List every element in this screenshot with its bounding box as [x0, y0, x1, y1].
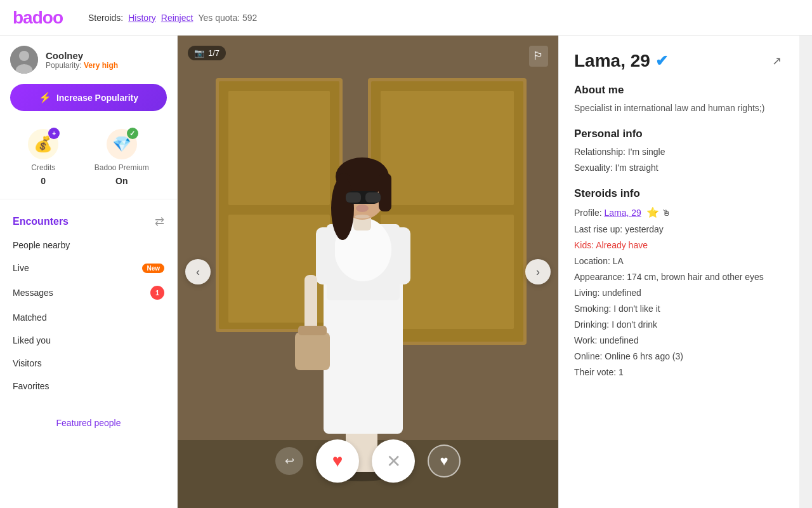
credits-item[interactable]: 💰 + Credits 0	[28, 129, 58, 186]
profile-panel: Lama, 29 ✔ ↗ About me Specialist in inte…	[558, 36, 799, 508]
their-vote-info: Their vote: 1	[574, 366, 784, 379]
topbar: badoo Steroids: History Reinject Yes quo…	[0, 0, 812, 36]
smoking-info: Smoking: I don't like it	[574, 302, 784, 316]
svg-rect-28	[379, 173, 391, 211]
profile-name: Lama, 29 ✔	[574, 51, 668, 71]
sidebar-item-matched[interactable]: Matched	[0, 306, 177, 329]
svg-point-33	[356, 204, 369, 212]
profile-link-label: Profile:	[574, 208, 602, 218]
relationship-info: Relationship: I'm single	[574, 145, 784, 159]
last-rise-up: Last rise up: yesterday	[574, 223, 784, 236]
credits-badge: +	[48, 128, 60, 139]
people-nearby-label: People nearby	[13, 240, 70, 250]
reinject-link[interactable]: Reinject	[161, 13, 193, 23]
favorites-label: Favorites	[13, 381, 49, 391]
live-badge-new: New	[142, 264, 164, 273]
steroids-info-title: Steroids info	[574, 187, 784, 200]
like-button[interactable]: ♥	[316, 439, 359, 483]
star-cursor-icon[interactable]: ⭐	[646, 207, 659, 218]
svg-rect-22	[295, 332, 330, 370]
premium-label: Badoo Premium	[95, 163, 149, 172]
undo-button[interactable]: ↩	[275, 447, 303, 475]
username: Coolney	[46, 50, 118, 61]
personal-info-section: Personal info Relationship: I'm single S…	[574, 128, 784, 175]
bookmark-button[interactable]: 🏳	[529, 46, 548, 67]
sidebar-item-messages[interactable]: Messages 1	[0, 279, 177, 306]
main-content: Coolney Popularity: Very high ⚡ Increase…	[0, 36, 812, 508]
matched-label: Matched	[13, 312, 47, 323]
filter-icon[interactable]: ⇄	[155, 215, 164, 229]
messages-label: Messages	[13, 288, 53, 298]
premium-icon: 💎 ✓	[107, 129, 137, 159]
credits-section: 💰 + Credits 0 💎 ✓ Badoo Premium On	[0, 121, 177, 199]
photo-prev-button[interactable]: ‹	[185, 259, 211, 284]
badoo-logo: badoo	[13, 8, 63, 28]
premium-item[interactable]: 💎 ✓ Badoo Premium On	[95, 129, 149, 186]
personal-info-title: Personal info	[574, 128, 784, 140]
increase-popularity-button[interactable]: ⚡ Increase Popularity	[10, 84, 167, 111]
bolt-icon: ⚡	[39, 91, 51, 104]
coins-icon: 💰 +	[28, 129, 58, 159]
quota-text: Yes quota: 592	[198, 13, 257, 23]
liked-you-label: Liked you	[13, 335, 51, 345]
live-label: Live	[13, 263, 29, 273]
svg-rect-19	[316, 227, 335, 284]
user-section: Coolney Popularity: Very high	[0, 46, 177, 84]
appearance-info: Appearance: 174 cm, brown hair and other…	[574, 271, 784, 284]
premium-badge: ✓	[127, 128, 138, 139]
steroids-info-section: Steroids info Profile: Lama, 29 ⭐ 🖱 Last…	[574, 187, 784, 379]
profile-name-text: Lama, 29	[574, 51, 650, 71]
svg-rect-32	[365, 192, 381, 203]
sidebar-item-liked-you[interactable]: Liked you	[0, 329, 177, 352]
dislike-button[interactable]: ✕	[372, 439, 415, 483]
photo-background	[178, 36, 558, 508]
photo-next-button[interactable]: ›	[525, 259, 551, 284]
kids-info: Kids: Already have	[574, 239, 784, 252]
user-info: Coolney Popularity: Very high	[46, 50, 118, 70]
share-button[interactable]: ↗	[769, 51, 784, 70]
work-info: Work: undefined	[574, 334, 784, 347]
svg-rect-23	[298, 326, 327, 335]
superlike-button[interactable]: ♥	[428, 444, 461, 478]
about-me-section: About me Specialist in international law…	[574, 84, 784, 115]
increase-popularity-label: Increase Popularity	[56, 93, 138, 103]
featured-people-link[interactable]: Featured people	[0, 408, 177, 438]
credits-label: Credits	[31, 163, 55, 172]
drinking-info: Drinking: I don't drink	[574, 318, 784, 331]
about-me-title: About me	[574, 84, 784, 97]
profile-link-row: Profile: Lama, 29 ⭐ 🖱	[574, 205, 784, 220]
live-item-left: Live	[13, 263, 29, 273]
sidebar-item-visitors[interactable]: Visitors	[0, 352, 177, 375]
steroids-label: Steroids:	[88, 13, 123, 23]
cursor-icon: 🖱	[662, 208, 671, 218]
encounters-title: Encounters	[13, 216, 69, 227]
popularity-value: Very high	[84, 61, 118, 70]
profile-link[interactable]: Lama, 29	[604, 208, 641, 218]
sexuality-info: Sexuality: I'm straight	[574, 161, 784, 175]
living-info: Living: undefined	[574, 286, 784, 300]
sidebar-item-favorites[interactable]: Favorites	[0, 375, 177, 398]
credits-value: 0	[41, 176, 46, 186]
location-info: Location: LA	[574, 255, 784, 268]
svg-point-1	[19, 51, 29, 61]
history-link[interactable]: History	[128, 13, 156, 23]
verified-badge: ✔	[655, 52, 668, 70]
online-info: Online: Online 6 hrs ago (3)	[574, 350, 784, 363]
sidebar-item-people-nearby[interactable]: People nearby	[0, 234, 177, 257]
sidebar-item-live[interactable]: Live New	[0, 257, 177, 279]
popularity-label: Popularity: Very high	[46, 61, 118, 70]
profile-header: Lama, 29 ✔ ↗	[574, 51, 784, 71]
camera-icon: 📷	[194, 48, 204, 58]
about-me-text: Specialist in international law and huma…	[574, 102, 784, 115]
encounters-section-header: Encounters ⇄	[0, 210, 177, 234]
action-buttons: ↩ ♥ ✕ ♥	[275, 439, 461, 483]
svg-rect-31	[346, 192, 361, 203]
svg-point-29	[331, 177, 354, 240]
messages-count-badge: 1	[150, 286, 164, 300]
sidebar: Coolney Popularity: Very high ⚡ Increase…	[0, 36, 178, 508]
photo-counter: 📷 1/7	[188, 46, 226, 60]
photo-counter-text: 1/7	[208, 48, 219, 58]
premium-value: On	[115, 176, 128, 186]
svg-rect-20	[391, 227, 410, 284]
sidebar-nav: Encounters ⇄ People nearby Live New Mess…	[0, 199, 177, 408]
